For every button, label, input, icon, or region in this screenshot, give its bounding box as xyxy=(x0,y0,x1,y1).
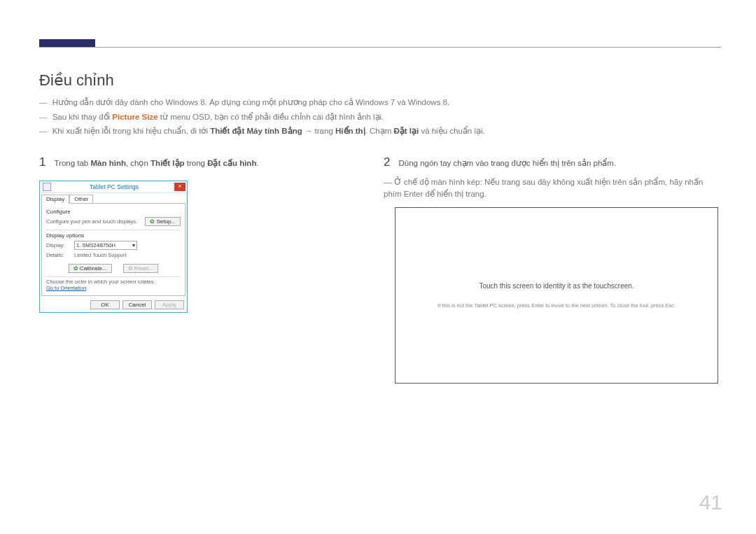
apply-button[interactable]: Apply xyxy=(155,300,184,309)
reset-icon: ✿ xyxy=(128,265,133,272)
dash-icon: ― xyxy=(39,98,48,106)
dialog-footer: OK Cancel Apply xyxy=(40,297,187,312)
step-2-number: 2 xyxy=(384,155,390,169)
configure-label: Configure xyxy=(46,209,181,215)
orientation-link[interactable]: Go to Orientation xyxy=(46,285,181,291)
page-number: 41 xyxy=(699,491,722,514)
step-1-number: 1 xyxy=(39,155,46,169)
tab-other[interactable]: Other xyxy=(69,195,93,203)
step-1: 1 Trong tab Màn hình, chọn Thiết lập tro… xyxy=(39,155,361,169)
configure-description: Configure your pen and touch displays. xyxy=(46,218,142,225)
header-divider xyxy=(39,47,721,48)
step-2: 2 Dùng ngón tay chạm vào trang được hiển… xyxy=(384,155,720,201)
touchscreen-prompt-box: Touch this screen to identity it as the … xyxy=(395,207,718,384)
step-1-text: Trong tab Màn hình, chọn Thiết lập trong… xyxy=(39,155,361,168)
dash-icon: ― xyxy=(384,178,392,186)
details-value: Limited Touch Support xyxy=(74,252,127,258)
close-button[interactable]: × xyxy=(174,183,186,191)
touch-message-2: If this is not the Tablet PC screen, pre… xyxy=(438,302,676,309)
setup-button[interactable]: ✿ Setup... xyxy=(145,217,181,226)
cancel-button[interactable]: Cancel xyxy=(122,300,152,309)
touch-message-1: Touch this screen to identity it as the … xyxy=(479,282,634,290)
orientation-message: Choose the order in which your screen ro… xyxy=(46,279,181,285)
dash-icon: ― xyxy=(39,113,48,121)
tablet-pc-settings-dialog: Tablet PC Settings × DisplayOther Config… xyxy=(39,181,188,313)
reset-button[interactable]: ✿ Reset... xyxy=(123,264,159,273)
note-line-3: ― Khi xuất hiện lỗi trong khi hiệu chuẩn… xyxy=(39,124,485,139)
display-options-label: Display options xyxy=(46,232,181,239)
notes-block: ― Hướng dẫn dưới đây dành cho Windows 8.… xyxy=(39,95,485,139)
note-line-1: ― Hướng dẫn dưới đây dành cho Windows 8.… xyxy=(39,95,485,110)
dialog-tabs: DisplayOther xyxy=(40,193,187,204)
step-2-subnote: ― Ở chế độ màn hình kép: Nếu trang sau đ… xyxy=(384,176,720,201)
chevron-down-icon: ▾ xyxy=(132,242,135,248)
display-label: Display: xyxy=(46,242,71,248)
ok-button[interactable]: OK xyxy=(90,300,120,309)
tab-body: Configure Configure your pen and touch d… xyxy=(41,203,186,296)
calibrate-icon: ✿ xyxy=(74,265,78,272)
dialog-title: Tablet PC Settings xyxy=(54,183,174,190)
dialog-titlebar: Tablet PC Settings × xyxy=(40,181,187,193)
dash-icon: ― xyxy=(39,127,48,135)
setup-icon: ✿ xyxy=(150,218,155,225)
details-label: Details: xyxy=(46,252,71,258)
display-select[interactable]: 1. SMS24B750H ▾ xyxy=(74,241,137,250)
tab-display[interactable]: Display xyxy=(41,195,69,204)
calibrate-button[interactable]: ✿ Calibrate... xyxy=(69,264,112,273)
page-title: Điều chỉnh xyxy=(39,71,114,90)
dialog-app-icon xyxy=(43,183,51,191)
step-2-text: Dùng ngón tay chạm vào trang được hiển t… xyxy=(384,155,720,168)
note-line-2: ― Sau khi thay đổi Picture Size từ menu … xyxy=(39,110,485,125)
